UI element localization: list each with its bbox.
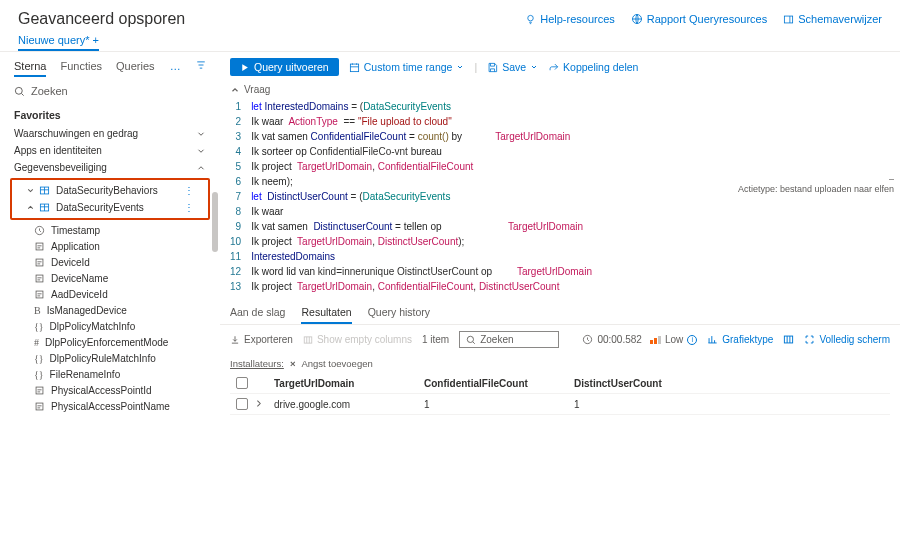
svg-rect-11 xyxy=(36,387,43,394)
save-button[interactable]: Save xyxy=(487,61,538,73)
tab-results[interactable]: Resultaten xyxy=(301,306,351,324)
text-icon xyxy=(34,257,45,268)
text-icon xyxy=(34,289,45,300)
field-timestamp[interactable]: Timestamp xyxy=(0,222,220,238)
more-icon[interactable]: ⋮ xyxy=(184,202,194,213)
chart-type-button[interactable]: Grafiektype xyxy=(707,334,773,345)
table-datasecuritybehaviors[interactable]: DataSecurityBehaviors ⋮ xyxy=(12,182,208,199)
chevron-down-icon xyxy=(26,186,35,195)
showempty-button[interactable]: Show empty columns xyxy=(303,334,412,345)
schema-link[interactable]: Schemaverwijzer xyxy=(783,13,882,25)
svg-rect-12 xyxy=(36,403,43,410)
tab-getstarted[interactable]: Aan de slag xyxy=(230,306,285,324)
query-editor[interactable]: 1 2 3 4 5 6 7 8 9 10 11 12 13 let Intere… xyxy=(220,97,900,302)
code-content[interactable]: let InterestedDomains = (DataSecurityEve… xyxy=(251,99,592,294)
download-icon xyxy=(230,335,240,345)
editor-toolbar: Query uitvoeren Custom time range | Save… xyxy=(220,52,900,82)
svg-point-3 xyxy=(15,87,22,94)
chevron-down-icon xyxy=(196,129,206,139)
new-query-tab[interactable]: Nieuwe query* + xyxy=(18,34,99,51)
results-tabs: Aan de slag Resultaten Query history xyxy=(220,302,900,325)
highlight-box: DataSecurityBehaviors ⋮ DataSecurityEven… xyxy=(10,178,210,220)
field-dlppolicyenforcementmode[interactable]: #DlpPolicyEnforcementMode xyxy=(0,334,220,350)
timerange-button[interactable]: Custom time range xyxy=(349,61,465,73)
clock-icon xyxy=(582,334,593,345)
lightbulb-icon xyxy=(525,14,536,25)
field-filerenameinfo[interactable]: {}FileRenameInfo xyxy=(0,366,220,382)
select-all-checkbox[interactable] xyxy=(230,377,254,389)
text-icon xyxy=(34,401,45,412)
help-link[interactable]: Help-resources xyxy=(525,13,615,25)
cat-favorites[interactable]: Favorites xyxy=(0,103,220,125)
export-button[interactable]: Exporteren xyxy=(230,334,293,345)
table-header: TargetUrlDomain ConfidentialFileCount Di… xyxy=(230,373,890,394)
globe-icon xyxy=(631,13,643,25)
field-physicalaccesspointid[interactable]: PhysicalAccessPointId xyxy=(0,382,220,398)
col-distinctusercount[interactable]: DistinctUserCount xyxy=(574,378,724,389)
tab-queries[interactable]: Queries xyxy=(116,60,155,77)
expand-row-button[interactable] xyxy=(254,399,274,410)
sidebar-tabs: Sterna Functies Queries … xyxy=(0,56,220,79)
columns-button[interactable] xyxy=(783,334,794,345)
object-icon: {} xyxy=(34,353,44,364)
table-datasecurityevents[interactable]: DataSecurityEvents ⋮ xyxy=(12,199,208,216)
sidebar-search[interactable]: Zoeken xyxy=(0,79,220,103)
chevron-right-icon xyxy=(254,399,263,408)
svg-rect-8 xyxy=(36,259,43,266)
field-application[interactable]: Application xyxy=(0,238,220,254)
tab-more[interactable]: … xyxy=(170,60,181,77)
svg-rect-2 xyxy=(785,16,793,23)
editor-collapse[interactable]: Vraag xyxy=(220,82,900,97)
tab-filter-icon[interactable] xyxy=(196,60,206,77)
fullscreen-button[interactable]: Volledig scherm xyxy=(804,334,890,345)
cat-datasec[interactable]: Gegevensbeveiliging xyxy=(0,159,220,176)
scrollbar[interactable] xyxy=(212,192,218,252)
field-ismanageddevice[interactable]: BIsManagedDevice xyxy=(0,302,220,318)
share-button[interactable]: Koppeling delen xyxy=(548,61,638,73)
svg-rect-14 xyxy=(304,336,312,342)
report-link[interactable]: Rapport Queryresources xyxy=(631,13,767,25)
clock-icon xyxy=(34,225,45,236)
run-query-button[interactable]: Query uitvoeren xyxy=(230,58,339,76)
column-settings-icon xyxy=(783,334,794,345)
text-icon xyxy=(34,241,45,252)
tab-functions[interactable]: Functies xyxy=(60,60,102,77)
chevron-up-icon xyxy=(196,163,206,173)
side-note: – Actietype: bestand uploaden naar elfen xyxy=(738,174,894,194)
field-devicename[interactable]: DeviceName xyxy=(0,270,220,286)
play-icon xyxy=(240,63,249,72)
field-dlppolicymatchinfo[interactable]: {}DlpPolicyMatchInfo xyxy=(0,318,220,334)
cell-users: 1 xyxy=(574,399,724,410)
chevron-down-icon xyxy=(530,63,538,71)
panel-icon xyxy=(783,14,794,25)
field-dlppolicyrulematchinfo[interactable]: {}DlpPolicyRuleMatchInfo xyxy=(0,350,220,366)
expand-icon xyxy=(804,334,815,345)
results-toolbar: Exporteren Show empty columns 1 item Zoe… xyxy=(220,325,900,354)
search-icon xyxy=(466,335,476,345)
clear-filter-button[interactable]: × xyxy=(290,358,296,369)
calendar-icon xyxy=(349,62,360,73)
cat-alerts[interactable]: Waarschuwingen en gedrag xyxy=(0,125,220,142)
results-search[interactable]: Zoeken xyxy=(459,331,559,348)
more-icon[interactable]: ⋮ xyxy=(184,185,194,196)
field-aaddeviceid[interactable]: AadDeviceId xyxy=(0,286,220,302)
field-deviceid[interactable]: DeviceId xyxy=(0,254,220,270)
results-table: TargetUrlDomain ConfidentialFileCount Di… xyxy=(220,373,900,415)
query-time: 00:00.582 Low i xyxy=(582,334,697,345)
cat-apps[interactable]: Apps en identiteiten xyxy=(0,142,220,159)
row-checkbox[interactable] xyxy=(230,398,254,410)
tab-schema[interactable]: Sterna xyxy=(14,60,46,77)
info-icon[interactable]: i xyxy=(687,335,697,345)
table-icon xyxy=(39,185,50,196)
table-row[interactable]: drive.google.com 1 1 xyxy=(230,394,890,415)
chevron-up-icon xyxy=(26,203,35,212)
save-icon xyxy=(487,62,498,73)
col-confidentialfilecount[interactable]: ConfidentialFileCount xyxy=(424,378,574,389)
col-targeturldomain[interactable]: TargetUrlDomain xyxy=(274,378,424,389)
search-icon xyxy=(14,86,25,97)
svg-point-15 xyxy=(467,336,473,342)
tab-history[interactable]: Query history xyxy=(368,306,430,324)
cell-count: 1 xyxy=(424,399,574,410)
editor-pane: Query uitvoeren Custom time range | Save… xyxy=(220,51,900,523)
field-physicalaccesspointname[interactable]: PhysicalAccessPointName xyxy=(0,398,220,414)
